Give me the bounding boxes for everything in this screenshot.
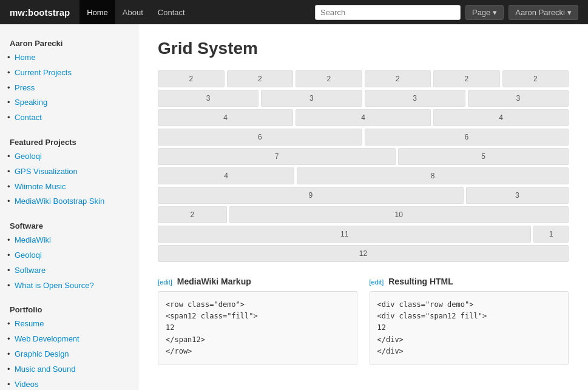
- search-input[interactable]: [315, 5, 461, 20]
- mediawiki-edit-link[interactable]: [edit]: [158, 278, 172, 286]
- grid-cell: 3: [466, 187, 569, 204]
- grid-cell: 2: [365, 70, 431, 87]
- sidebar-link-music-sound[interactable]: Music and Sound: [15, 365, 75, 374]
- nav-contact[interactable]: Contact: [150, 0, 192, 24]
- list-item: What is Open Source?: [0, 278, 138, 294]
- sidebar-link-mediawiki[interactable]: MediaWiki: [15, 235, 51, 244]
- sidebar-link-current-projects[interactable]: Current Projects: [15, 68, 72, 77]
- grid-cell: 2: [296, 70, 362, 87]
- grid-cell: 1: [533, 226, 569, 243]
- sidebar-list-software: MediaWiki Geoloqi Software What is Open …: [0, 233, 138, 300]
- sidebar-link-open-source[interactable]: What is Open Source?: [15, 281, 94, 290]
- list-item: Current Projects: [0, 66, 138, 81]
- mediawiki-markup-title: [edit] MediaWiki Markup: [158, 277, 357, 286]
- list-item: MediaWiki: [0, 233, 138, 248]
- list-item: Geoloqi: [0, 149, 138, 164]
- brand-logo[interactable]: mw:bootstrap: [10, 7, 77, 18]
- sidebar-link-home[interactable]: Home: [15, 53, 36, 62]
- list-item: Software: [0, 263, 138, 278]
- nav-links: Home About Contact: [79, 0, 192, 24]
- grid-demo: 2 2 2 2 2 2 3 3 3 3 4 4 4 6: [158, 70, 569, 262]
- list-item: Home: [0, 50, 138, 66]
- grid-cell: 6: [158, 129, 362, 146]
- grid-cell: 10: [229, 206, 569, 223]
- sidebar-section-portfolio: Portfolio: [0, 300, 138, 317]
- grid-cell: 2: [158, 70, 225, 87]
- grid-row-10: 12: [158, 245, 569, 262]
- resulting-html-section: [edit] Resulting HTML <div class="row de…: [370, 277, 569, 365]
- grid-cell: 12: [158, 245, 569, 262]
- grid-row-4: 6 6: [158, 129, 569, 146]
- grid-row-3: 4 4 4: [158, 109, 569, 126]
- grid-cell: 6: [365, 129, 569, 146]
- sidebar-section-featured: Featured Projects: [0, 133, 138, 149]
- sidebar-list-portfolio: Resume Web Development Graphic Design Mu…: [0, 317, 138, 390]
- grid-cell: 3: [468, 90, 569, 107]
- sidebar-list-aaron: Home Current Projects Press Speaking Con…: [0, 50, 138, 133]
- page-title: Grid System: [158, 39, 569, 58]
- sidebar-link-speaking[interactable]: Speaking: [15, 98, 47, 107]
- list-item: Speaking: [0, 95, 138, 110]
- sidebar-link-gps[interactable]: GPS Visualization: [15, 167, 78, 176]
- resulting-html-code-block: <div class="row demo"> <div class="span1…: [370, 291, 569, 365]
- grid-row-2: 3 3 3 3: [158, 90, 569, 107]
- grid-row-8: 2 10: [158, 206, 569, 223]
- user-button[interactable]: Aaron Parecki ▾: [509, 5, 578, 20]
- grid-cell: 4: [158, 109, 293, 126]
- main-content: Grid System 2 2 2 2 2 2 3 3 3 3 4: [138, 24, 588, 390]
- grid-cell: 9: [158, 187, 464, 204]
- sidebar-link-graphic-design[interactable]: Graphic Design: [15, 349, 69, 358]
- list-item: Geoloqi: [0, 248, 138, 263]
- grid-cell: 2: [433, 70, 500, 87]
- sidebar-link-videos[interactable]: Videos: [15, 380, 39, 389]
- mediawiki-markup-section: [edit] MediaWiki Markup <row class="demo…: [158, 277, 357, 365]
- mediawiki-code-block: <row class="demo"> <span12 class="fill">…: [158, 291, 357, 365]
- sidebar-link-geoloqi2[interactable]: Geoloqi: [15, 250, 42, 260]
- grid-row-6: 4 8: [158, 167, 569, 184]
- sidebar: Aaron Parecki Home Current Projects Pres…: [0, 24, 138, 390]
- list-item: Press: [0, 81, 138, 96]
- grid-row-9: 11 1: [158, 226, 569, 243]
- sidebar-section-software: Software: [0, 217, 138, 233]
- nav-about[interactable]: About: [115, 0, 150, 24]
- sidebar-link-geoloqi[interactable]: Geoloqi: [15, 152, 42, 161]
- list-item: Web Development: [0, 332, 138, 347]
- grid-row-5: 7 5: [158, 148, 569, 165]
- mediawiki-title-text: MediaWiki Markup: [177, 277, 251, 286]
- navbar-right: Page ▾ Aaron Parecki ▾: [315, 5, 578, 20]
- grid-cell: 4: [296, 109, 431, 126]
- list-item: Music and Sound: [0, 362, 138, 377]
- sidebar-link-mediawiki-skin[interactable]: MediaWiki Bootstrap Skin: [15, 197, 104, 206]
- resulting-html-title-text: Resulting HTML: [388, 277, 453, 286]
- grid-cell: 2: [158, 206, 227, 223]
- list-item: GPS Visualization: [0, 164, 138, 180]
- list-item: Graphic Design: [0, 347, 138, 362]
- layout: Aaron Parecki Home Current Projects Pres…: [0, 24, 588, 390]
- user-chevron-icon: ▾: [567, 8, 572, 17]
- grid-cell: 8: [297, 167, 569, 184]
- grid-cell: 3: [365, 90, 465, 107]
- nav-home[interactable]: Home: [79, 0, 115, 24]
- page-button[interactable]: Page ▾: [465, 5, 504, 20]
- code-sections: [edit] MediaWiki Markup <row class="demo…: [158, 277, 569, 365]
- resulting-html-edit-link[interactable]: [edit]: [370, 278, 384, 286]
- user-button-label: Aaron Parecki: [515, 8, 565, 17]
- sidebar-link-web-dev[interactable]: Web Development: [15, 334, 79, 343]
- sidebar-link-contact[interactable]: Contact: [15, 113, 42, 122]
- grid-cell: 4: [158, 167, 294, 184]
- grid-cell: 2: [227, 70, 294, 87]
- sidebar-link-resume[interactable]: Resume: [15, 319, 44, 328]
- page-chevron-icon: ▾: [493, 8, 497, 17]
- grid-cell: 5: [398, 148, 569, 165]
- grid-cell: 11: [158, 226, 531, 243]
- list-item: MediaWiki Bootstrap Skin: [0, 194, 138, 209]
- page-button-label: Page: [472, 8, 490, 17]
- sidebar-link-wiimote[interactable]: Wiimote Music: [15, 182, 66, 191]
- sidebar-list-featured: Geoloqi GPS Visualization Wiimote Music …: [0, 149, 138, 217]
- list-item: Videos: [0, 377, 138, 390]
- sidebar-link-software[interactable]: Software: [15, 266, 46, 275]
- grid-row-1: 2 2 2 2 2 2: [158, 70, 569, 87]
- list-item: Wiimote Music: [0, 180, 138, 195]
- grid-cell: 3: [261, 90, 362, 107]
- sidebar-link-press[interactable]: Press: [15, 83, 35, 92]
